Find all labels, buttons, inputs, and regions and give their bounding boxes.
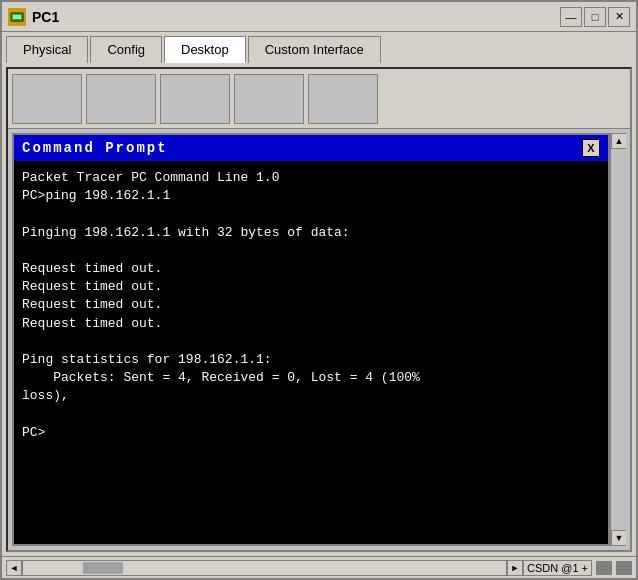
title-bar-buttons: — □ ✕	[560, 7, 630, 27]
close-button[interactable]: ✕	[608, 7, 630, 27]
status-text: CSDN @1 +	[523, 560, 592, 576]
cmd-title-bar: Command Prompt X	[14, 135, 608, 161]
window-icon	[8, 8, 26, 26]
scroll-track	[611, 149, 626, 530]
status-icon-2	[616, 561, 632, 575]
tab-bar: Physical Config Desktop Custom Interface	[2, 32, 636, 63]
cmd-title-text: Command Prompt	[22, 140, 168, 156]
scroll-thumb-h	[83, 562, 123, 574]
desktop-icon-2[interactable]	[86, 74, 156, 124]
window-title: PC1	[32, 9, 560, 25]
main-window: PC1 — □ ✕ Physical Config Desktop Custom…	[0, 0, 638, 580]
scroll-left-button[interactable]: ◄	[6, 560, 22, 576]
status-icon-1	[596, 561, 612, 575]
desktop-icons-bar	[8, 69, 630, 129]
svg-rect-1	[13, 15, 21, 19]
desktop-icon-4[interactable]	[234, 74, 304, 124]
tab-custom-interface[interactable]: Custom Interface	[248, 36, 381, 63]
title-bar: PC1 — □ ✕	[2, 2, 636, 32]
horizontal-scrollbar[interactable]	[22, 560, 507, 576]
desktop-icon-1[interactable]	[12, 74, 82, 124]
desktop-icon-5[interactable]	[308, 74, 378, 124]
scroll-down-button[interactable]: ▼	[611, 530, 626, 546]
cmd-close-button[interactable]: X	[582, 139, 600, 157]
svg-rect-3	[14, 21, 20, 22]
svg-rect-2	[15, 19, 19, 21]
bottom-status: CSDN @1 +	[523, 560, 632, 576]
desktop-icon-3[interactable]	[160, 74, 230, 124]
scroll-right-button[interactable]: ►	[507, 560, 523, 576]
cmd-window: Command Prompt X Packet Tracer PC Comman…	[12, 133, 610, 546]
outer-scrollbar: ▲ ▼	[610, 133, 626, 546]
content-area: Command Prompt X Packet Tracer PC Comman…	[2, 63, 636, 556]
tab-desktop[interactable]: Desktop	[164, 36, 246, 63]
inner-frame: Command Prompt X Packet Tracer PC Comman…	[6, 67, 632, 552]
minimize-button[interactable]: —	[560, 7, 582, 27]
tab-config[interactable]: Config	[90, 36, 162, 63]
scroll-up-button[interactable]: ▲	[611, 133, 626, 149]
cmd-body[interactable]: Packet Tracer PC Command Line 1.0 PC>pin…	[14, 161, 608, 544]
maximize-button[interactable]: □	[584, 7, 606, 27]
tab-physical[interactable]: Physical	[6, 36, 88, 63]
bottom-bar: ◄ ► CSDN @1 +	[2, 556, 636, 578]
